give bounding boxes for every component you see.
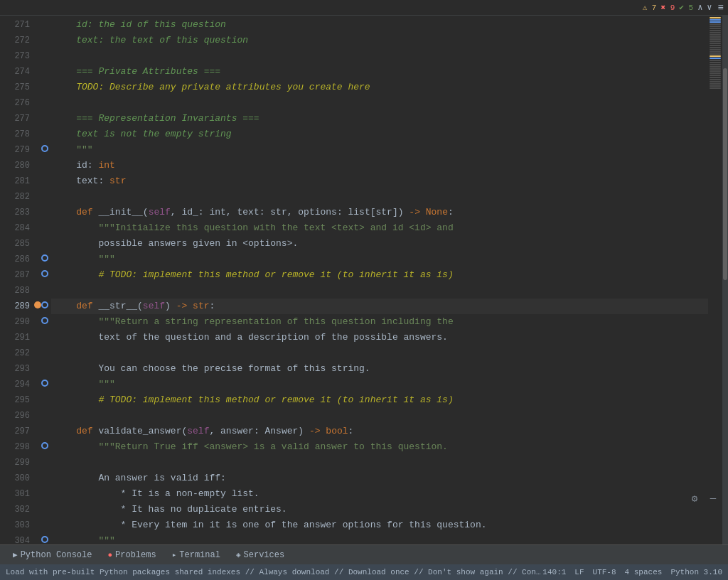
line-number: 277 (0, 111, 30, 127)
collapse-icon[interactable]: ∨ (707, 2, 712, 13)
toolbar-tab-services[interactable]: ◈Services (229, 546, 291, 564)
code-line: possible answers given in <options>. (51, 236, 708, 252)
minimap-line (710, 75, 721, 76)
line-number: 303 (0, 517, 30, 533)
breakpoint-icon[interactable] (41, 301, 48, 308)
scrollbar[interactable] (722, 16, 728, 544)
toolbar-tab-python-console[interactable]: ▶Python Console (6, 546, 99, 564)
line-number: 283 (0, 205, 30, 220)
gutter-row (36, 203, 51, 219)
gutter-row (36, 313, 51, 328)
minimap-line (710, 21, 721, 23)
gutter (36, 16, 51, 544)
gutter-row (36, 125, 51, 141)
line-number: 302 (0, 502, 30, 517)
breakpoint-icon[interactable] (41, 380, 48, 387)
code-line: text: the text of this question (51, 33, 708, 48)
gutter-row (36, 188, 51, 203)
code-line: * It has no duplicate entries. (51, 502, 708, 517)
gutter-row (36, 375, 51, 391)
breakpoint-icon[interactable] (41, 270, 48, 277)
status-message: Load with pre-built Python packages shar… (6, 568, 542, 576)
breakpoint-icon[interactable] (41, 536, 48, 543)
line-number: 282 (0, 189, 30, 205)
line-number: 298 (0, 439, 30, 455)
cursor-position: 140:1 (542, 568, 566, 576)
settings-icon[interactable]: ⚙ (687, 490, 702, 506)
indent: 4 spaces (625, 568, 663, 576)
minimap (708, 16, 722, 544)
gutter-row (36, 407, 51, 422)
breakpoint-icon[interactable] (41, 442, 48, 449)
expand-icon[interactable]: ∧ (697, 2, 702, 13)
breakpoint-icon[interactable] (41, 254, 48, 262)
minimap-line (710, 26, 721, 27)
minimap-line (710, 58, 721, 59)
minimap-line (710, 62, 721, 63)
line-number: 273 (0, 48, 30, 64)
scrollbar-thumb[interactable] (723, 68, 727, 280)
gutter-row (36, 47, 51, 63)
code-line: text is not the empty string (51, 127, 708, 142)
minimap-line (710, 77, 721, 78)
line-number: 272 (0, 33, 30, 48)
line-number: 274 (0, 64, 30, 80)
code-line: def validate_answer(self, answer: Answer… (51, 424, 708, 439)
close-panel-icon[interactable]: — (705, 490, 721, 506)
editor-area: ⚠ 7 ✖ 9 ✔ 5 ∧ ∨ ≡ 2712722732742752762772… (0, 0, 728, 544)
gutter-row (36, 328, 51, 344)
code-area[interactable]: id: the id of this question text: the te… (51, 16, 708, 544)
toolbar-tab-terminal[interactable]: ▸Terminal (165, 546, 228, 564)
line-number: 296 (0, 408, 30, 424)
encoding: UTF-8 (593, 568, 616, 576)
more-icon[interactable]: ≡ (718, 2, 724, 14)
code-line: """Initialize this question with the tex… (51, 220, 708, 236)
line-number: 304 (0, 533, 30, 544)
toolbar-tab-problems[interactable]: ●Problems (100, 546, 163, 564)
line-number: 292 (0, 345, 30, 361)
gutter-row (36, 297, 51, 313)
check-badge[interactable]: ✔ 5 (679, 3, 693, 12)
gutter-row (36, 250, 51, 266)
minimap-line (710, 41, 721, 42)
minimap-line (710, 85, 721, 87)
gutter-row (36, 422, 51, 438)
minimap-line (710, 72, 721, 74)
breakpoint-icon[interactable] (41, 317, 48, 324)
breakpoint-icon[interactable] (41, 145, 48, 152)
code-line: # TODO: implement this method or remove … (51, 392, 708, 408)
tab-icon-terminal: ▸ (172, 550, 177, 559)
error-badge[interactable]: ✖ 9 (660, 3, 675, 12)
tab-label-python-console: Python Console (21, 550, 92, 560)
line-number: 278 (0, 127, 30, 142)
gutter-row (36, 532, 51, 544)
code-line (51, 283, 708, 299)
gutter-row (36, 438, 51, 453)
minimap-line (710, 53, 721, 55)
minimap-line (710, 55, 721, 57)
minimap-line (710, 66, 721, 68)
top-bar: ⚠ 7 ✖ 9 ✔ 5 ∧ ∨ ≡ (0, 0, 728, 16)
line-ending: LF (574, 568, 584, 576)
gutter-row (36, 281, 51, 297)
line-numbers: 2712722732742752762772782792802812822832… (0, 16, 36, 544)
code-line: def __str__(self) -> str: (51, 299, 708, 314)
current-line-icon[interactable] (34, 301, 41, 308)
code-line: """Return True iff <answer> is a valid a… (51, 439, 708, 455)
line-number: 299 (0, 455, 30, 471)
minimap-line (710, 38, 721, 40)
code-container: 2712722732742752762772782792802812822832… (0, 16, 728, 544)
minimap-line (710, 68, 721, 70)
code-line: === Representation Invariants === (51, 111, 708, 127)
minimap-line (710, 19, 721, 21)
gutter-row (36, 344, 51, 360)
line-number: 281 (0, 173, 30, 189)
tab-icon-problems: ● (107, 551, 112, 559)
gutter-row (36, 391, 51, 407)
minimap-line (710, 49, 721, 50)
code-line (51, 455, 708, 471)
gutter-row (36, 516, 51, 532)
line-number: 275 (0, 80, 30, 95)
tab-label-terminal: Terminal (179, 550, 220, 560)
warning-badge[interactable]: ⚠ 7 (643, 3, 657, 12)
